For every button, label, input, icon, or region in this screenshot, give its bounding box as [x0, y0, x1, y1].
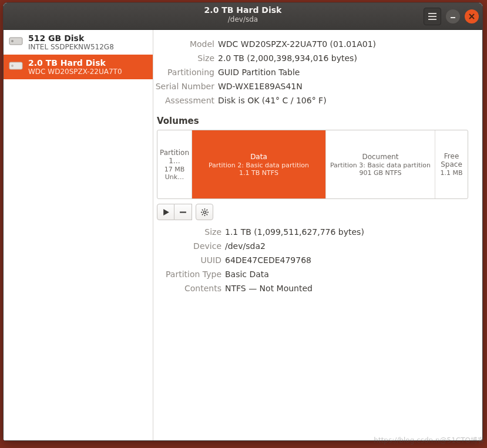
- value-uuid: 64DE47CEDE479768: [225, 255, 311, 265]
- window-title: 2.0 TB Hard Disk: [4, 5, 482, 15]
- minimize-icon: [450, 14, 456, 19]
- volume-0[interactable]: Partition 1… 17 MB Unk…: [157, 130, 192, 198]
- partition-options-button[interactable]: [196, 204, 213, 220]
- value-assessment: Disk is OK (41° C / 106° F): [218, 96, 327, 105]
- window-subtitle: /dev/sda: [4, 15, 482, 23]
- value-ptype: Basic Data: [225, 270, 269, 279]
- close-icon: [469, 14, 475, 19]
- volume-sub: Partition 2: Basic data partition: [209, 161, 309, 169]
- label-ptype: Partition Type: [153, 270, 225, 279]
- minus-icon: [179, 208, 187, 216]
- volumes-heading: Volumes: [157, 116, 472, 126]
- label-size: Size: [153, 53, 218, 63]
- volume-sub2: 901 GB NTFS: [359, 169, 401, 177]
- value-model: WDC WD20SPZX-22UA7T0 (01.01A01): [218, 39, 376, 49]
- sidebar-item-label: 512 GB Disk: [28, 33, 114, 43]
- svg-point-3: [11, 65, 14, 67]
- label-contents: Contents: [153, 284, 225, 293]
- sidebar-item-sub: WDC WD20SPZX-22UA7T0: [28, 68, 122, 76]
- value-serial: WD-WXE1E89AS41N: [218, 82, 303, 91]
- disk-icon: [8, 33, 23, 51]
- volume-name: Data: [250, 153, 267, 161]
- label-assessment: Assessment: [153, 96, 218, 105]
- volume-name: Document: [362, 153, 398, 161]
- volume-name: Partition 1…: [160, 149, 189, 165]
- label-uuid: UUID: [153, 255, 225, 265]
- disk-sidebar: 512 GB Disk INTEL SSDPEKNW512G8 2.0 TB H…: [4, 30, 153, 440]
- volume-sub: 17 MB Unk…: [160, 166, 189, 181]
- value-partitioning: GUID Partition Table: [218, 68, 300, 77]
- title-center: 2.0 TB Hard Disk /dev/sda: [4, 5, 482, 23]
- sidebar-item-label: 2.0 TB Hard Disk: [28, 58, 122, 68]
- svg-point-1: [11, 40, 14, 42]
- sidebar-item-sub: INTEL SSDPEKNW512G8: [28, 43, 114, 51]
- volume-sub: 1.1 MB: [441, 169, 463, 177]
- disks-window: 2.0 TB Hard Disk /dev/sda 512 GB Disk: [3, 2, 483, 441]
- label-partitioning: Partitioning: [153, 68, 218, 77]
- minimize-button[interactable]: [446, 9, 460, 23]
- volume-2[interactable]: Document Partition 3: Basic data partiti…: [326, 130, 435, 198]
- app-menu-button[interactable]: [424, 8, 441, 25]
- volume-3[interactable]: Free Space 1.1 MB: [435, 130, 468, 198]
- label-psize: Size: [153, 227, 225, 237]
- hamburger-icon: [428, 13, 436, 20]
- volume-toolbar: [157, 204, 472, 220]
- main-content: ModelWDC WD20SPZX-22UA7T0 (01.01A01) Siz…: [153, 30, 482, 440]
- volume-sub2: 1.1 TB NTFS: [239, 169, 278, 177]
- volume-name: Free Space: [438, 152, 465, 169]
- value-size: 2.0 TB (2,000,398,934,016 bytes): [218, 53, 357, 63]
- value-device: /dev/sda2: [225, 241, 266, 251]
- titlebar: 2.0 TB Hard Disk /dev/sda: [4, 3, 482, 30]
- sidebar-item-disk-1[interactable]: 2.0 TB Hard Disk WDC WD20SPZX-22UA7T0: [4, 55, 153, 79]
- mount-button[interactable]: [157, 204, 174, 220]
- label-device: Device: [153, 241, 225, 251]
- gear-icon: [201, 208, 209, 216]
- volumes-map: Partition 1… 17 MB Unk… Data Partition 2…: [157, 130, 468, 199]
- watermark-text: https://blog.csdn.n@51CTO博客: [374, 436, 485, 446]
- volume-1[interactable]: Data Partition 2: Basic data partition 1…: [192, 130, 326, 198]
- label-model: Model: [153, 39, 218, 49]
- delete-partition-button[interactable]: [174, 204, 192, 220]
- value-contents: NTFS — Not Mounted: [225, 284, 313, 293]
- volume-sub: Partition 3: Basic data partition: [330, 161, 431, 169]
- label-serial: Serial Number: [153, 82, 218, 91]
- disk-icon: [8, 58, 23, 76]
- svg-point-4: [203, 211, 206, 213]
- value-psize: 1.1 TB (1,099,511,627,776 bytes): [225, 227, 364, 237]
- close-button[interactable]: [465, 9, 479, 23]
- sidebar-item-disk-0[interactable]: 512 GB Disk INTEL SSDPEKNW512G8: [4, 30, 153, 55]
- play-icon: [162, 208, 170, 216]
